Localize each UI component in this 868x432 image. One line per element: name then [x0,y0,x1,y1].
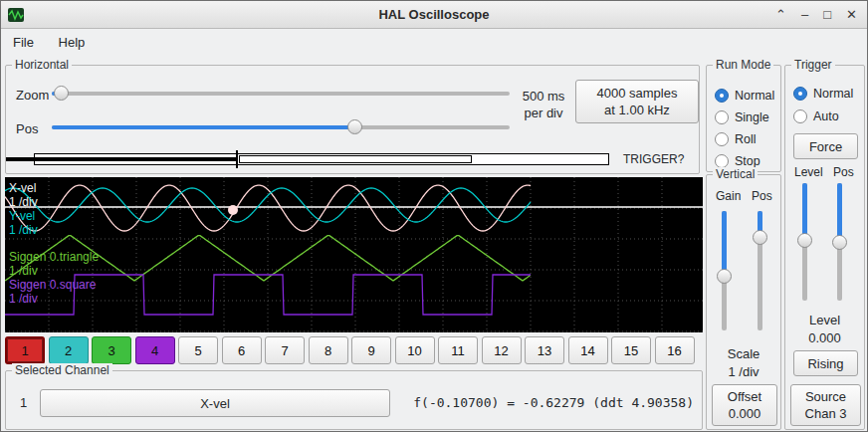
edge-button[interactable]: Rising [793,350,858,376]
rate-text: 500 ms per div [516,88,571,121]
channel-button-row: 12345678910111213141516 [5,336,703,364]
runmode-roll-radio[interactable]: Roll [715,131,757,146]
radio-label: Normal [813,87,853,101]
channel-button-6[interactable]: 6 [222,336,262,364]
trigger-level-slider-handle[interactable] [797,233,812,248]
zoom-slider-handle[interactable] [54,86,69,101]
source-button[interactable]: Source Chan 3 [790,384,861,426]
radio-dot [715,154,729,168]
radio-dot [793,109,807,123]
channel-button-2[interactable]: 2 [49,336,89,364]
shade-button[interactable]: ⌃ [775,6,786,24]
selected-channel-group: Selected Channel 1 X-vel f(-0.10700) = -… [5,370,703,430]
channel-button-14[interactable]: 14 [568,336,608,364]
trigger-group: Trigger Normal Auto Force Level Pos Leve… [784,65,865,430]
trigger-normal-radio[interactable]: Normal [793,86,853,101]
vertical-pos-slider-track [758,211,762,330]
offset-value: 0.000 [729,405,761,422]
maximize-button[interactable]: □ [823,6,831,24]
vpos-label: Pos [752,189,772,203]
samples-button[interactable]: 4000 samples at 1.00 kHz [575,80,699,123]
offset-label: Offset [728,388,761,405]
source-label: Source [805,388,846,405]
radio-label: Normal [735,89,774,103]
vertical-pos-slider[interactable] [753,211,767,330]
radio-dot [715,132,729,146]
channel-button-8[interactable]: 8 [309,336,348,364]
channel-button-12[interactable]: 12 [482,336,522,364]
selected-channel-number: 1 [20,395,27,410]
trigger-auto-radio[interactable]: Auto [793,108,839,123]
channel-button-11[interactable]: 11 [438,336,478,364]
scale-label: Scale [707,346,780,361]
channel-button-4[interactable]: 4 [135,336,175,364]
channel-button-16[interactable]: 16 [655,336,695,364]
trigger-level-label: Level [794,165,823,179]
force-label: Force [809,138,842,155]
minimize-button[interactable]: – [801,6,808,24]
radio-dot [793,87,807,101]
close-button[interactable]: ✕ [846,6,857,24]
selected-channel-title: Selected Channel [12,363,112,377]
menu-file[interactable]: File [4,30,43,55]
gain-slider-handle[interactable] [717,269,732,284]
hpos-slider-handle[interactable] [347,119,362,134]
channel-button-13[interactable]: 13 [525,336,564,364]
horizontal-group: Horizontal Zoom 500 ms per div 4000 samp… [5,65,700,174]
trigger-level-slider[interactable] [797,183,812,301]
offset-button[interactable]: Offset 0.000 [712,384,777,426]
run-mode-title: Run Mode [713,58,773,72]
trigger-pos-slider[interactable] [832,183,847,301]
scale-value: 1 /div [707,364,780,379]
trigger-position-tick [236,150,238,168]
zoom-slider[interactable] [52,86,510,101]
hpos-slider-fill [52,125,354,129]
channel-button-7[interactable]: 7 [265,336,305,364]
trigger-title: Trigger [791,58,835,72]
force-button[interactable]: Force [793,133,858,159]
samples-line2: at 1.00 kHz [604,102,670,118]
record-pretrigger-bar [6,157,237,161]
radio-label: Single [735,110,769,124]
channel-button-3[interactable]: 3 [92,336,131,364]
window-title: HAL Oscilloscope [1,7,867,22]
selected-channel-name: X-vel [200,395,230,412]
radio-label: Stop [735,154,760,168]
gain-slider-fill [722,211,727,276]
hpos-slider[interactable] [52,119,510,134]
selected-channel-name-button[interactable]: X-vel [40,389,390,417]
rate-line2: per div [516,105,571,121]
channel-button-5[interactable]: 5 [178,336,218,364]
gain-slider[interactable] [717,211,732,330]
record-position-widget[interactable]: TRIGGER? [6,149,701,169]
zoom-label: Zoom [16,88,49,103]
samples-line1: 4000 samples [597,85,678,102]
radio-label: Auto [813,109,839,123]
trigger-pos-label: Pos [833,165,854,179]
runmode-normal-radio[interactable]: Normal [715,88,774,103]
channel-button-10[interactable]: 10 [395,336,435,364]
channel-button-1[interactable]: 1 [5,336,45,364]
runmode-stop-radio[interactable]: Stop [715,153,760,168]
vertical-title: Vertical [713,167,758,181]
radio-label: Roll [735,132,757,146]
trigger-pos-slider-handle[interactable] [832,235,847,250]
runmode-single-radio[interactable]: Single [715,109,769,124]
horizontal-group-title: Horizontal [12,58,72,72]
channel-button-9[interactable]: 9 [351,336,391,364]
radio-dot [715,110,729,124]
menubar: File Help [1,30,867,58]
level-readout-value: 0.000 [785,330,864,345]
app-window: HAL Oscilloscope ⌃ – □ ✕ File Help Horiz… [0,0,868,432]
radio-dot [715,89,729,103]
trigger-pos-slider-fill [837,183,842,242]
vertical-pos-slider-handle[interactable] [753,230,767,245]
menu-help[interactable]: Help [50,30,95,55]
run-mode-group: Run Mode Normal Single Roll Stop [706,65,781,172]
source-value: Chan 3 [805,405,847,422]
gain-label: Gain [716,189,741,203]
trigger-level-slider-fill [802,183,807,240]
channel-value-readout: f(-0.10700) = -0.62279 (ddt 4.90358) [413,395,694,410]
channel-button-15[interactable]: 15 [611,336,651,364]
scope-display[interactable]: X-vel1 /divY-vel1 /divSiggen 0.triangle1… [5,177,703,332]
